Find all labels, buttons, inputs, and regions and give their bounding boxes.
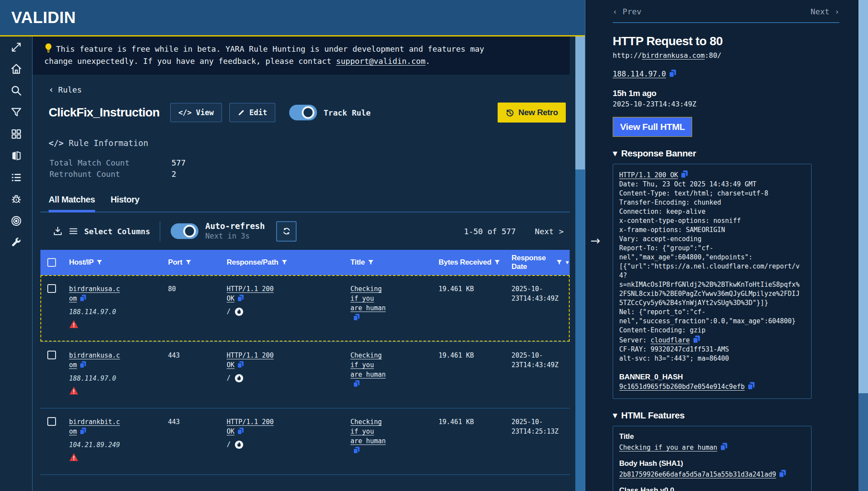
- track-rule-toggle[interactable]: [289, 105, 317, 120]
- sidebar-item-apps[interactable]: [10, 128, 22, 140]
- timestamp: 2025-10-23T14:43:49Z: [613, 100, 839, 108]
- table-row[interactable]: birdrankusa.com 188.114.97.0 80 HTTP/1.1…: [40, 275, 570, 342]
- auto-refresh-toggle[interactable]: [171, 223, 198, 239]
- sidebar-item-home[interactable]: [10, 63, 22, 75]
- table-row[interactable]: birdrankusa.com 188.114.97.0 443 HTTP/1.…: [40, 342, 570, 408]
- pagination: 1-50 of 577 Next >: [464, 227, 564, 236]
- copy-icon[interactable]: [237, 361, 244, 368]
- copy-icon[interactable]: [237, 427, 244, 435]
- row-checkbox[interactable]: [47, 417, 56, 426]
- copy-icon[interactable]: [353, 313, 360, 321]
- feature-label: Title: [619, 432, 805, 441]
- column-menu-icon[interactable]: [68, 226, 79, 236]
- warning-icon[interactable]: [69, 386, 79, 395]
- copy-icon[interactable]: [237, 294, 244, 302]
- breadcrumb[interactable]: ‹Rules: [49, 84, 82, 95]
- history-icon: [505, 108, 515, 117]
- host-link[interactable]: birdrankbit.com: [69, 418, 120, 435]
- sidebar-item-list[interactable]: [10, 171, 22, 183]
- prev-result-button[interactable]: ‹ Prev: [613, 7, 641, 16]
- column-header-bytes-received[interactable]: Bytes Received: [439, 258, 512, 267]
- copy-icon[interactable]: [79, 361, 87, 368]
- body-row: This feature is free while in beta. YARA…: [0, 36, 585, 491]
- row-checkbox[interactable]: [47, 351, 56, 359]
- feature-value-link[interactable]: Checking if you are human: [619, 444, 717, 451]
- response-link[interactable]: HTTP/1.1 200 OK: [227, 285, 274, 302]
- warning-icon[interactable]: [69, 320, 79, 328]
- title-link[interactable]: Checking if you are human: [350, 285, 386, 312]
- next-page-button[interactable]: Next >: [535, 227, 564, 236]
- copy-icon[interactable]: [747, 382, 756, 390]
- column-header-response-path[interactable]: Response/Path: [227, 258, 350, 267]
- next-result-button[interactable]: Next ›: [811, 7, 839, 16]
- edit-button[interactable]: Edit: [229, 103, 275, 122]
- response-link[interactable]: HTTP/1.1 200 OK: [227, 418, 274, 435]
- copy-icon[interactable]: [353, 380, 360, 388]
- feature-value-link[interactable]: 2b81759926e66dafa5d5a7a15a55b31d3a241ad9: [619, 471, 776, 478]
- column-filter-icon[interactable]: [96, 259, 102, 265]
- sidebar-item-search[interactable]: [10, 84, 22, 96]
- warning-icon[interactable]: [69, 453, 79, 461]
- flame-icon[interactable]: [234, 374, 244, 383]
- response-banner-section-header[interactable]: ▼ Response Banner: [613, 148, 839, 159]
- row-checkbox[interactable]: [47, 284, 56, 293]
- validin-logo[interactable]: VALIDIN: [11, 9, 76, 27]
- sidebar-item-expand[interactable]: [10, 41, 22, 53]
- scrollbar-thumb[interactable]: [575, 36, 585, 169]
- column-header-title[interactable]: Title: [350, 258, 439, 267]
- refresh-button[interactable]: [276, 221, 297, 242]
- column-filter-icon[interactable]: [556, 259, 562, 265]
- select-columns-button[interactable]: Select Columns: [84, 227, 150, 236]
- copy-icon[interactable]: [680, 170, 689, 179]
- copy-icon[interactable]: [79, 294, 87, 302]
- panel-scrollbar[interactable]: [858, 0, 868, 491]
- title-link[interactable]: Checking if you are human: [350, 352, 386, 378]
- status-link[interactable]: HTTP/1.1 200 OK: [619, 171, 678, 179]
- column-filter-icon[interactable]: [368, 259, 374, 265]
- copy-icon[interactable]: [79, 427, 87, 435]
- tab-all-matches[interactable]: All Matches: [49, 195, 95, 212]
- column-header-response-date[interactable]: Response Date ▼: [512, 254, 570, 271]
- host-link[interactable]: birdrankusa.com: [69, 352, 120, 369]
- sidebar-item-bug[interactable]: [10, 193, 22, 205]
- sidebar-item-compare[interactable]: [10, 149, 22, 162]
- panel-expand-arrow-icon[interactable]: →: [591, 234, 601, 247]
- new-retro-label: New Retro: [518, 108, 558, 117]
- banner-hash-link[interactable]: 9c1651d965f5b260bd7e054e914c9efb: [619, 383, 745, 391]
- new-retro-button[interactable]: New Retro: [498, 103, 566, 123]
- server-link[interactable]: cloudflare: [650, 336, 690, 344]
- tab-history[interactable]: History: [111, 195, 139, 212]
- url-host-link[interactable]: birdrankusa.com: [642, 51, 705, 60]
- html-features-section-header[interactable]: ▼ HTML Features: [613, 410, 839, 421]
- path-value: /: [227, 373, 231, 383]
- column-filter-icon[interactable]: [494, 259, 500, 265]
- copy-icon[interactable]: [668, 69, 677, 78]
- flame-icon[interactable]: [234, 440, 244, 449]
- ip-link[interactable]: 188.114.97.0: [613, 70, 666, 78]
- download-icon[interactable]: [53, 226, 63, 236]
- support-email-link[interactable]: support@validin.com: [336, 56, 426, 66]
- copy-icon[interactable]: [692, 335, 701, 344]
- sidebar-item-target[interactable]: [10, 215, 22, 227]
- title-link[interactable]: Checking if you are human: [350, 418, 386, 445]
- column-filter-icon[interactable]: [281, 259, 287, 265]
- column-header-host-ip[interactable]: Host/IP: [69, 258, 168, 267]
- host-link[interactable]: birdrankusa.com: [69, 285, 120, 302]
- column-header-port[interactable]: Port: [168, 258, 227, 267]
- collapse-triangle-icon: ▼: [613, 412, 617, 419]
- view-button[interactable]: </> View: [170, 103, 222, 122]
- sidebar-item-filter[interactable]: [10, 106, 22, 118]
- response-link[interactable]: HTTP/1.1 200 OK: [227, 352, 274, 369]
- copy-icon[interactable]: [719, 442, 728, 451]
- copy-icon[interactable]: [353, 446, 360, 454]
- scrollbar-thumb[interactable]: [858, 0, 868, 393]
- view-full-html-button[interactable]: View Full HTML: [613, 117, 692, 137]
- select-all-checkbox[interactable]: [47, 258, 56, 267]
- row-ip: 188.114.97.0: [69, 307, 165, 317]
- flame-icon[interactable]: [234, 307, 244, 316]
- table-row[interactable]: birdrankbit.com 104.21.89.249 443 HTTP/1…: [40, 408, 570, 475]
- column-filter-icon[interactable]: [185, 259, 191, 265]
- copy-icon[interactable]: [778, 469, 787, 478]
- sidebar-item-tools[interactable]: [10, 236, 22, 249]
- main-scrollbar[interactable]: [575, 36, 585, 491]
